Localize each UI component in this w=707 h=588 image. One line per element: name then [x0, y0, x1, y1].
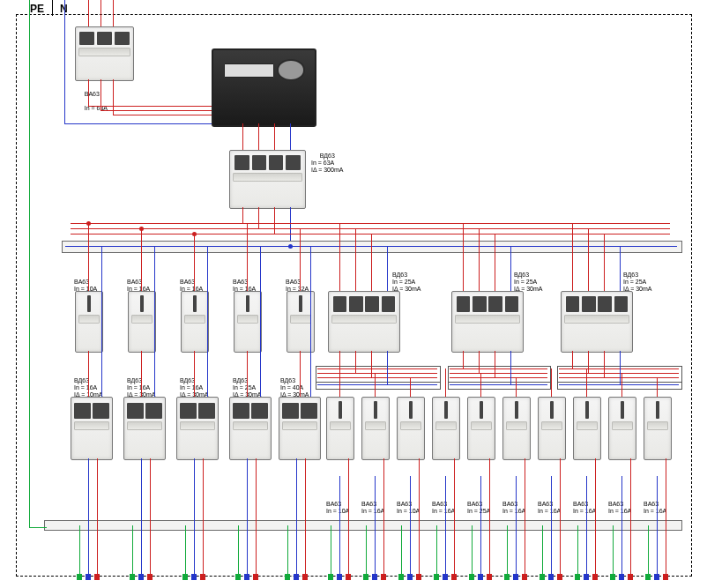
out-arrow	[451, 574, 457, 580]
wire	[339, 351, 340, 368]
wire	[621, 476, 622, 574]
wire	[621, 373, 622, 397]
out-arrow	[654, 574, 659, 580]
wire	[97, 458, 98, 574]
out-arrow	[337, 574, 342, 580]
rcbo4-lbl: ВД63 In = 40A IΔ = 30mA	[280, 370, 309, 398]
wire	[101, 246, 102, 397]
bb-5	[502, 397, 531, 460]
out-arrow	[398, 574, 404, 580]
wire	[113, 115, 212, 115]
rcbo-0	[71, 397, 113, 460]
wire	[472, 525, 473, 574]
wire	[113, 79, 114, 115]
bb-8	[608, 397, 636, 460]
wire	[588, 228, 589, 291]
wire	[510, 351, 511, 384]
bb-9	[644, 397, 672, 460]
phase-l3-in	[113, 0, 114, 26]
wire	[463, 223, 464, 291]
out-arrow	[416, 574, 421, 580]
wire	[604, 234, 605, 291]
wire	[516, 377, 517, 397]
top-breaker-3	[234, 291, 262, 353]
wire	[242, 207, 243, 223]
wire	[207, 246, 208, 397]
wire	[613, 525, 614, 574]
out-arrow	[584, 574, 589, 580]
wire	[185, 525, 186, 574]
wire	[410, 476, 411, 574]
rcbo-1	[123, 397, 166, 460]
wire	[339, 476, 340, 574]
wire	[247, 458, 248, 574]
bb1-lbl: BA63 In = 16A	[361, 494, 384, 515]
wire	[387, 246, 388, 291]
out-arrow	[619, 574, 624, 580]
wire	[194, 458, 195, 574]
wire	[64, 123, 212, 124]
out-arrow	[645, 574, 651, 580]
out-arrow	[548, 574, 554, 580]
wire	[480, 476, 481, 574]
wire	[401, 525, 402, 574]
wire	[194, 234, 195, 291]
wire	[572, 223, 573, 291]
wire	[620, 246, 621, 291]
wire	[100, 110, 212, 111]
phase-l1-in	[88, 0, 89, 26]
wire	[310, 246, 311, 397]
wire	[507, 525, 508, 574]
bb-0	[326, 397, 354, 460]
wire	[300, 351, 301, 397]
rcd-0	[328, 291, 400, 353]
wire	[559, 377, 679, 378]
out-arrow	[328, 574, 333, 580]
tb0-lbl: BA63 In = 10A	[74, 272, 97, 293]
out-arrow	[592, 574, 598, 580]
wire	[595, 458, 596, 574]
wire	[339, 368, 340, 397]
wire	[355, 351, 356, 373]
bb-2	[397, 397, 425, 460]
wire	[132, 525, 133, 574]
wire	[560, 458, 561, 574]
phase-l2-in	[100, 0, 101, 26]
wire	[247, 351, 248, 397]
bb2-lbl: BA63 In = 10A	[397, 494, 420, 515]
out-arrow	[407, 574, 413, 580]
wire	[588, 351, 589, 373]
out-arrow	[191, 574, 197, 580]
bus-l3	[71, 234, 670, 234]
wire	[445, 476, 446, 574]
wire	[479, 228, 480, 291]
rcd0-lbl: ВД63 In = 25A IΔ = 30mA	[392, 264, 421, 293]
out-arrow	[147, 574, 153, 580]
out-arrow	[663, 574, 668, 580]
wire	[203, 458, 204, 574]
wire	[260, 246, 261, 397]
rcbo-2	[176, 397, 219, 460]
wire	[274, 207, 275, 234]
top-breaker-1	[128, 291, 156, 353]
out-arrow	[200, 574, 205, 580]
out-arrow	[253, 574, 258, 580]
wire	[88, 351, 89, 397]
wire	[247, 223, 248, 291]
wire	[657, 377, 658, 397]
out-arrow	[434, 574, 439, 580]
bb0-lbl: BA63 In = 10A	[326, 494, 349, 515]
wire	[348, 458, 349, 574]
out-arrow	[285, 574, 290, 580]
out-arrow	[522, 574, 527, 580]
out-arrow	[540, 574, 545, 580]
main-breaker	[75, 26, 134, 81]
wire	[586, 476, 587, 574]
wire	[436, 525, 437, 574]
out-arrow	[575, 574, 580, 580]
wire	[657, 476, 658, 574]
wire	[383, 458, 384, 574]
wire	[317, 368, 437, 369]
wire	[495, 234, 495, 291]
wire	[88, 458, 89, 574]
